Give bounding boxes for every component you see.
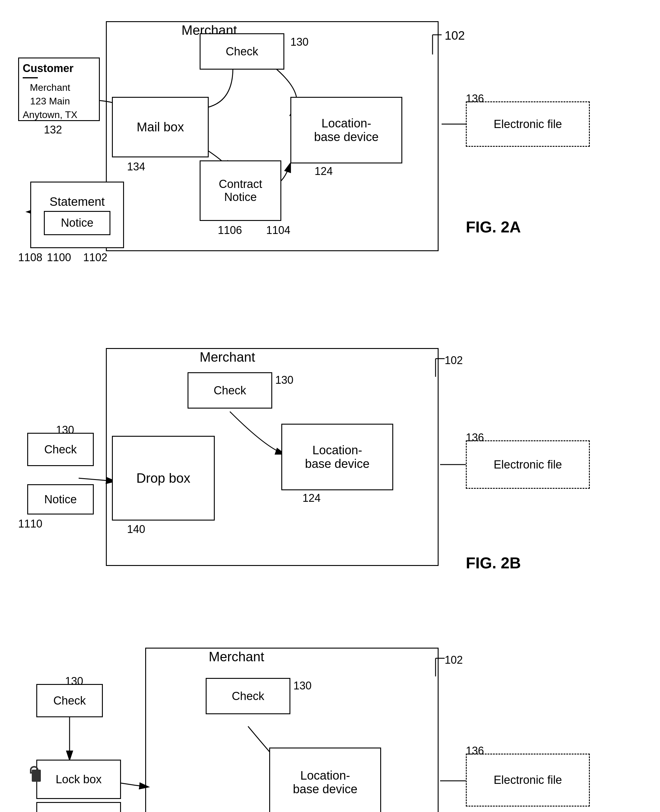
fig2b-label: FIG. 2B [466,554,521,572]
location-device-2a: Location- base device [290,97,402,164]
ref-130-2a: 130 [290,36,309,48]
ref-1106-2a: 1106 [218,224,242,237]
merchant-label-2c: Merchant [209,649,264,664]
electronic-file-2c: Electronic file [466,753,590,807]
ref-140-2b: 140 [127,523,145,536]
ref-136-2c: 136 [466,745,484,757]
check-box-inner-2b: Check [187,372,272,408]
ref-136-2a: 136 [466,92,484,105]
page-container: Merchant 102 [0,0,660,812]
ref-102-2b: 102 [445,354,463,367]
lockbox-2c: Lock box [36,760,121,799]
ref-124-2a: 124 [314,165,333,178]
ref-1100-2a: 1100 [47,251,71,264]
check-box-outer-2c: Check [36,684,103,717]
mailbox-2a: Mail box [112,97,209,157]
ref-130-inner-2b: 130 [275,374,294,386]
dropbox-2b: Drop box [112,436,215,521]
ref-124-2b: 124 [303,492,320,505]
ref-130-outer-2b: 130 [56,424,74,436]
location-device-2b: Location- base device [281,424,393,490]
merchant-label-2b: Merchant [200,350,255,365]
customer-box-2a: Customer Merchant123 MainAnytown, TX [18,57,100,121]
ref-1108-2a: 1108 [18,251,42,264]
ref-136-2b: 136 [466,431,484,444]
fig2c-section: Merchant 102 Check 130 [12,632,648,812]
ref-1110-2b: 1110 [18,518,42,530]
ref-132-2a: 132 [44,124,62,136]
lock-shackle [30,766,38,774]
notice-inner-2a: Notice [44,211,110,235]
check-box-outer-2b: Check [27,433,94,466]
ref-1102-2a: 1102 [83,251,107,264]
electronic-file-2b: Electronic file [466,440,590,489]
ref-1104-2a: 1104 [266,224,290,237]
ref-130-outer-2c: 130 [65,675,83,688]
fig2b-section: Merchant 102 Check 130 Dr [12,333,648,614]
contract-notice-2a: Contract Notice [200,160,281,221]
statement-notice-2a: Statement Notice [30,181,124,248]
ref-102-2c: 102 [445,654,463,666]
notice-box-2b: Notice [27,484,94,515]
electronic-file-2a: Electronic file [466,102,590,147]
check-box-inner-2c: Check [206,678,290,714]
check-box-2a: Check [200,33,284,70]
location-device-2c: Location- base device [269,748,381,812]
fig2a-section: Merchant 102 [12,12,648,315]
ref-130-inner-2c: 130 [294,679,311,692]
ref-134-2a: 134 [127,160,145,173]
ref-102-2a: 102 [445,29,465,42]
notice-box-2c: Notice [36,802,121,812]
fig2a-label: FIG. 2A [466,218,521,236]
